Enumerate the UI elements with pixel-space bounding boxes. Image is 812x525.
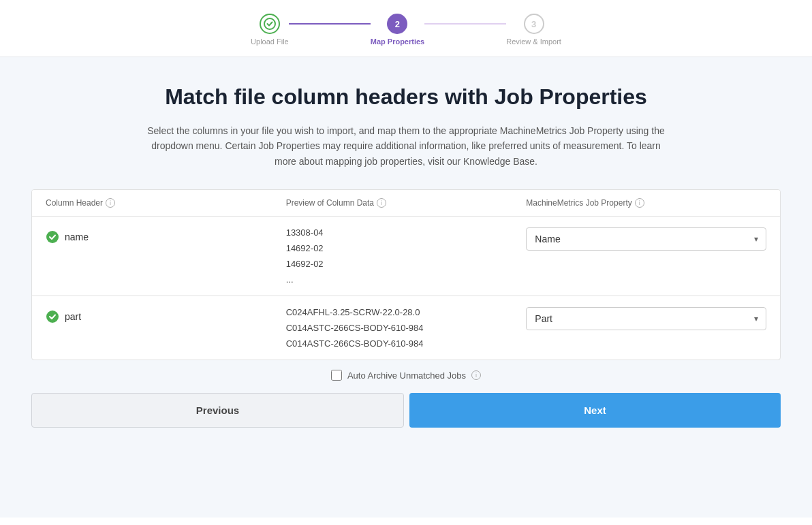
stepper: Upload File 2 Map Properties 3 Review & … xyxy=(0,0,812,57)
auto-archive-checkbox[interactable] xyxy=(331,370,342,381)
table-row-name: name 13308-04 14692-02 14692-02 ... Name… xyxy=(32,217,780,296)
auto-archive-row: Auto Archive Unmatched Jobs i xyxy=(331,360,481,390)
job-property-info-icon[interactable]: i xyxy=(635,198,644,208)
row-part-dropdown-container: Name Part Customer Quantity Due Date ▾ xyxy=(526,307,766,330)
row-part-header: part xyxy=(46,307,286,323)
column-header-info-icon[interactable]: i xyxy=(106,198,115,208)
page-description: Select the columns in your file you wish… xyxy=(147,123,665,169)
row-part-job-property-select[interactable]: Name Part Customer Quantity Due Date xyxy=(526,307,766,330)
page-title: Match file column headers with Job Prope… xyxy=(165,84,647,110)
step-1-label: Upload File xyxy=(251,37,289,46)
check-circle-icon xyxy=(264,18,276,30)
preview-item: 14692-02 xyxy=(286,243,527,253)
main-content: Match file column headers with Job Prope… xyxy=(0,57,812,518)
row-name-check-icon xyxy=(46,230,59,244)
step-connector-1 xyxy=(289,23,371,25)
step-connector-2 xyxy=(424,23,506,25)
preview-item: C014ASTC-266CS-BODY-610-984 xyxy=(286,323,527,333)
row-part-preview: C024AFHL-3.25-SCRW-22.0-28.0 C014ASTC-26… xyxy=(286,307,527,349)
preview-item: C014ASTC-266CS-BODY-610-984 xyxy=(286,338,527,349)
button-row: Previous Next xyxy=(31,393,781,428)
preview-item: C024AFHL-3.25-SCRW-22.0-28.0 xyxy=(286,307,527,317)
step-3-circle: 3 xyxy=(524,14,544,34)
row-part-column-label: part xyxy=(65,311,81,322)
preview-info-icon[interactable]: i xyxy=(377,198,386,208)
preview-item: 14692-02 xyxy=(286,259,527,269)
step-upload-file: Upload File xyxy=(251,14,289,46)
col-header-job-property: MachineMetrics Job Property i xyxy=(526,198,766,208)
auto-archive-label: Auto Archive Unmatched Jobs xyxy=(347,370,466,381)
row-name-dropdown-container: Name Part Customer Quantity Due Date ▾ xyxy=(526,227,766,251)
row-name-preview: 13308-04 14692-02 14692-02 ... xyxy=(286,227,527,285)
preview-item-ellipsis: ... xyxy=(286,274,527,285)
row-part-check-icon xyxy=(46,310,59,323)
col-header-preview: Preview of Column Data i xyxy=(286,198,527,208)
auto-archive-info-icon[interactable]: i xyxy=(471,370,481,380)
step-3-label: Review & Import xyxy=(506,37,561,46)
next-button[interactable]: Next xyxy=(409,393,781,428)
mapping-table: Column Header i Preview of Column Data i… xyxy=(31,189,781,360)
preview-item: 13308-04 xyxy=(286,227,527,238)
row-name-header: name xyxy=(46,227,286,244)
step-2-circle: 2 xyxy=(387,14,407,34)
step-map-properties: 2 Map Properties xyxy=(371,14,424,46)
table-row-part: part C024AFHL-3.25-SCRW-22.0-28.0 C014AS… xyxy=(32,296,780,360)
svg-point-2 xyxy=(46,311,59,323)
row-name-job-property-select[interactable]: Name Part Customer Quantity Due Date xyxy=(526,227,766,251)
previous-button[interactable]: Previous xyxy=(31,393,404,428)
step-2-label: Map Properties xyxy=(371,37,424,46)
svg-point-1 xyxy=(46,231,59,243)
step-1-circle xyxy=(260,14,280,34)
table-header: Column Header i Preview of Column Data i… xyxy=(32,190,780,217)
col-header-column-header: Column Header i xyxy=(46,198,286,208)
step-review-import: 3 Review & Import xyxy=(506,14,561,46)
row-name-column-label: name xyxy=(65,232,89,242)
